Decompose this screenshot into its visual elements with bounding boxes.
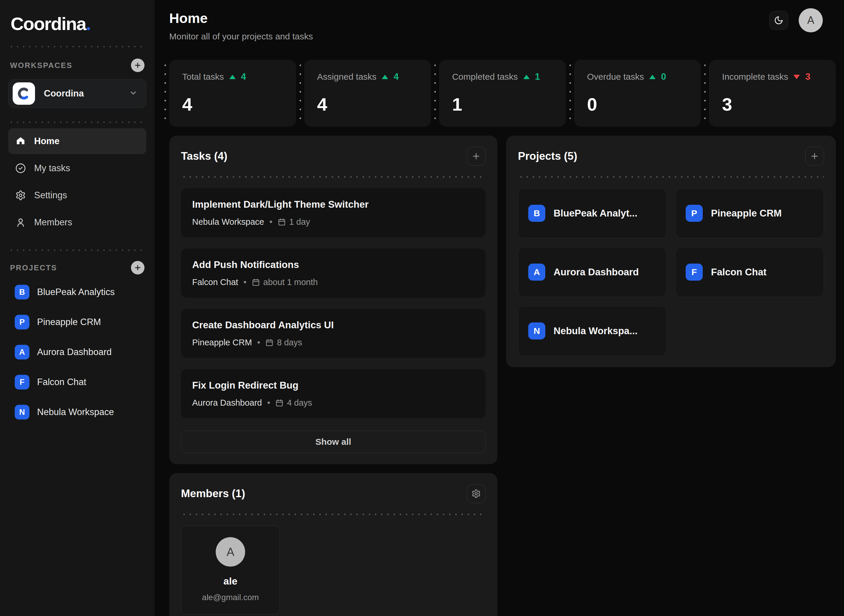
- projects-panel-title: Projects (5): [518, 150, 577, 162]
- plus-icon: [810, 151, 819, 161]
- project-card-name: BluePeak Analyt...: [553, 208, 637, 219]
- project-name: Falcon Chat: [37, 377, 86, 387]
- calendar-icon: [278, 218, 286, 226]
- project-card-name: Nebula Workspa...: [553, 326, 637, 337]
- sidebar-project-item[interactable]: F Falcon Chat: [8, 373, 146, 392]
- app-logo: Coordina.: [10, 15, 146, 33]
- gear-icon: [471, 489, 481, 498]
- task-card[interactable]: Implement Dark/Light Theme Switcher Nebu…: [181, 188, 486, 238]
- project-name: BluePeak Analytics: [37, 287, 115, 298]
- workspace-logo-icon: [13, 82, 35, 105]
- sidebar-item-members[interactable]: Members: [8, 210, 146, 235]
- project-name: Pineapple CRM: [37, 317, 101, 327]
- sidebar-divider: [8, 249, 146, 251]
- main-content: Home Monitor all of your projects and ta…: [154, 0, 844, 616]
- sidebar-project-item[interactable]: B BluePeak Analytics: [8, 283, 146, 302]
- project-initial-badge: P: [15, 315, 29, 330]
- sidebar: Coordina. WORKSPACES Coordina: [0, 0, 154, 616]
- page-subtitle: Monitor all of your projects and tasks: [169, 31, 836, 41]
- projects-label: PROJECTS: [10, 263, 57, 273]
- panel-divider: [181, 176, 486, 178]
- task-title: Fix Login Redirect Bug: [192, 380, 474, 391]
- trend-up-icon: [382, 75, 388, 79]
- add-task-button[interactable]: [467, 147, 486, 166]
- workspace-selector[interactable]: Coordina: [8, 79, 146, 108]
- member-email: ale@gmail.com: [202, 593, 259, 602]
- task-due-text: 1 day: [289, 217, 310, 227]
- sidebar-item-home[interactable]: Home: [8, 128, 146, 154]
- add-project-button[interactable]: [131, 261, 144, 274]
- calendar-icon: [252, 278, 260, 286]
- task-project: Pineapple CRM: [192, 338, 252, 348]
- meta-separator-dot: •: [269, 217, 272, 227]
- project-card[interactable]: A Aurora Dashboard: [518, 247, 666, 297]
- sidebar-item-my-tasks[interactable]: My tasks: [8, 155, 146, 181]
- task-card[interactable]: Fix Login Redirect Bug Aurora Dashboard …: [181, 369, 486, 418]
- task-due-text: 8 days: [277, 338, 302, 348]
- project-initial-badge: A: [528, 264, 545, 281]
- stat-value: 3: [722, 94, 823, 115]
- members-panel: Members (1) A ale ale@gmail.com: [169, 473, 497, 616]
- projects-panel: Projects (5) B BluePeak Analyt...: [506, 136, 836, 367]
- workspaces-label: WORKSPACES: [10, 61, 72, 70]
- meta-separator-dot: •: [267, 398, 270, 408]
- user-avatar[interactable]: A: [798, 8, 823, 32]
- members-settings-button[interactable]: [467, 484, 486, 503]
- chevron-down-icon: [129, 88, 138, 98]
- project-initial-badge: F: [685, 264, 703, 281]
- project-card[interactable]: B BluePeak Analyt...: [518, 188, 666, 238]
- sidebar-project-item[interactable]: P Pineapple CRM: [8, 313, 146, 331]
- project-initial-badge: B: [15, 285, 29, 299]
- stat-value: 4: [182, 94, 283, 115]
- moon-icon: [774, 16, 783, 25]
- stat-card: Overdue tasks 0 0: [574, 60, 701, 127]
- member-name: ale: [223, 575, 237, 587]
- trend-up-icon: [229, 75, 236, 79]
- user-icon: [15, 217, 26, 228]
- project-initial-badge: P: [685, 205, 703, 222]
- stat-value: 0: [587, 94, 688, 115]
- sidebar-item-label: Members: [34, 217, 72, 228]
- task-list: Implement Dark/Light Theme Switcher Nebu…: [181, 188, 486, 418]
- task-card[interactable]: Create Dashboard Analytics UI Pineapple …: [181, 309, 486, 358]
- theme-toggle-button[interactable]: [769, 11, 788, 30]
- add-workspace-button[interactable]: [131, 59, 144, 72]
- task-due: 8 days: [266, 338, 302, 348]
- task-project: Falcon Chat: [192, 277, 238, 287]
- app-window: Coordina. WORKSPACES Coordina: [0, 0, 844, 616]
- project-card[interactable]: P Pineapple CRM: [675, 188, 824, 238]
- show-all-button[interactable]: Show all: [181, 431, 486, 453]
- stat-delta: 4: [393, 72, 398, 82]
- task-title: Create Dashboard Analytics UI: [192, 320, 474, 331]
- header-actions: A: [769, 8, 823, 32]
- panel-divider: [518, 176, 824, 178]
- workspace-name: Coordina: [44, 88, 84, 99]
- project-card[interactable]: F Falcon Chat: [675, 247, 824, 297]
- task-due-text: about 1 month: [263, 277, 318, 287]
- project-initial-badge: F: [15, 375, 29, 390]
- logo-dot: .: [86, 13, 90, 34]
- stat-card: Completed tasks 1 1: [439, 60, 566, 127]
- stat-label: Incomplete tasks: [722, 72, 788, 82]
- stat-value: 4: [317, 94, 418, 115]
- member-avatar: A: [216, 537, 245, 566]
- add-project-panel-button[interactable]: [805, 147, 824, 166]
- members-panel-title: Members (1): [181, 487, 245, 500]
- projects-grid: B BluePeak Analyt... P Pineapple CRM A: [518, 188, 824, 356]
- sidebar-project-item[interactable]: N Nebula Workspace: [8, 403, 146, 422]
- tasks-panel-title: Tasks (4): [181, 150, 228, 162]
- task-due: 1 day: [278, 217, 310, 227]
- calendar-icon: [276, 399, 283, 407]
- sidebar-nav: Home My tasks Settings Members: [8, 128, 146, 235]
- project-card[interactable]: N Nebula Workspa...: [518, 306, 666, 356]
- stat-card: Assigned tasks 4 4: [304, 60, 431, 127]
- project-card-name: Falcon Chat: [711, 267, 766, 278]
- sidebar-project-item[interactable]: A Aurora Dashboard: [8, 343, 146, 362]
- stat-delta: 0: [661, 72, 666, 82]
- stats-row: Total tasks 4 4 Assigned tasks 4 4: [169, 60, 836, 127]
- member-card[interactable]: A ale ale@gmail.com: [181, 526, 280, 614]
- sidebar-item-settings[interactable]: Settings: [8, 182, 146, 208]
- task-card[interactable]: Add Push Notifications Falcon Chat • abo…: [181, 249, 486, 298]
- project-initial-badge: B: [528, 205, 545, 222]
- project-card-name: Aurora Dashboard: [553, 267, 639, 278]
